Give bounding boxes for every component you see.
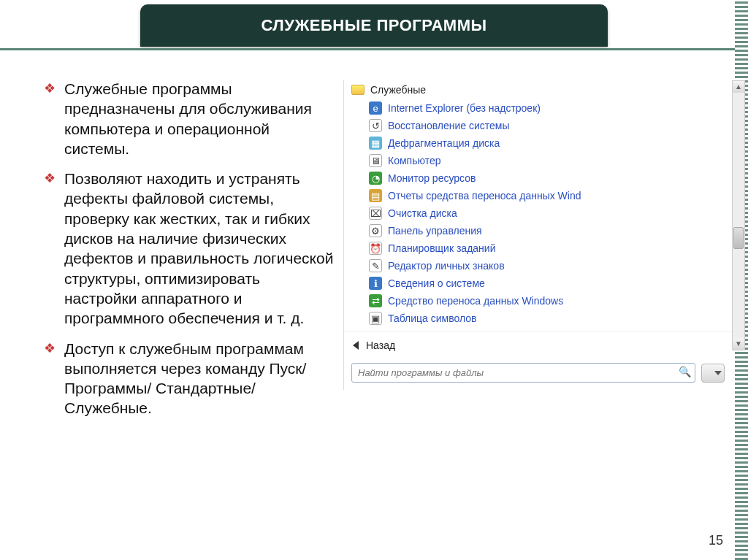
start-menu-screenshot: Служебные eInternet Explorer (без надстр…: [343, 57, 735, 560]
menu-item-monitor[interactable]: ◔Монитор ресурсов: [369, 169, 732, 187]
char-editor-icon: ✎: [369, 259, 382, 272]
menu-item-scheduler[interactable]: ⏰Планировщик заданий: [369, 239, 732, 257]
bullet-item: Позволяют находить и устранять дефекты ф…: [44, 169, 336, 328]
folder-icon: [351, 85, 365, 95]
menu-item-defrag[interactable]: ▦Дефрагментация диска: [369, 134, 732, 152]
ie-icon: e: [369, 101, 382, 115]
restore-icon: ↺: [369, 119, 382, 132]
transfer-icon: ⇄: [369, 294, 382, 307]
monitor-icon: ◔: [369, 172, 382, 185]
defrag-icon: ▦: [369, 137, 382, 150]
search-box[interactable]: 🔍: [351, 363, 695, 383]
cleanup-icon: ⌧: [369, 207, 382, 220]
search-input[interactable]: [351, 363, 695, 383]
page-title: СЛУЖЕБНЫЕ ПРОГРАММЫ: [140, 4, 608, 47]
header: СЛУЖЕБНЫЕ ПРОГРАММЫ: [0, 0, 748, 47]
menu-item-charmap[interactable]: ▣Таблица символов: [369, 310, 732, 327]
menu-item-computer[interactable]: 🖥Компьютер: [369, 152, 732, 169]
text-column: Служебные программы предназначены для об…: [0, 57, 343, 560]
header-underline: [0, 48, 735, 50]
back-arrow-icon: [353, 341, 359, 350]
control-panel-icon: ⚙: [369, 224, 382, 237]
charmap-icon: ▣: [369, 312, 382, 325]
scrollbar[interactable]: ▲ ▼: [732, 80, 745, 350]
back-button[interactable]: Назад: [344, 331, 732, 358]
menu-item-transfer[interactable]: ⇄Средство переноса данных Windows: [369, 292, 732, 310]
menu-item-ie[interactable]: eInternet Explorer (без надстроек): [369, 99, 732, 117]
menu-item-reports[interactable]: ▤Отчеты средства переноса данных Wind: [369, 187, 732, 204]
bullet-item: Доступ к служебным программам выполняетс…: [44, 339, 336, 418]
scroll-down-icon[interactable]: ▼: [733, 338, 744, 350]
sysinfo-icon: ℹ: [369, 277, 382, 290]
menu-folder-header[interactable]: Служебные: [344, 80, 732, 99]
search-icon[interactable]: 🔍: [679, 366, 691, 377]
shutdown-dropdown-button[interactable]: [701, 364, 725, 383]
menu-item-char-editor[interactable]: ✎Редактор личных знаков: [369, 257, 732, 275]
page-number: 15: [709, 533, 723, 548]
bullet-item: Служебные программы предназначены для об…: [44, 79, 336, 158]
menu-item-sysinfo[interactable]: ℹСведения о системе: [369, 275, 732, 292]
bullet-list: Служебные программы предназначены для об…: [44, 79, 336, 418]
menu-list: eInternet Explorer (без надстроек) ↺Восс…: [344, 99, 732, 327]
reports-icon: ▤: [369, 189, 382, 202]
menu-item-control-panel[interactable]: ⚙Панель управления: [369, 222, 732, 239]
folder-label: Служебные: [370, 84, 426, 96]
scrollbar-thumb[interactable]: [733, 227, 744, 249]
menu-item-restore[interactable]: ↺Восстановление системы: [369, 117, 732, 134]
scroll-up-icon[interactable]: ▲: [733, 81, 744, 93]
back-label: Назад: [366, 340, 395, 351]
scheduler-icon: ⏰: [369, 242, 382, 255]
menu-item-cleanup[interactable]: ⌧Очистка диска: [369, 204, 732, 222]
computer-icon: 🖥: [369, 154, 382, 167]
